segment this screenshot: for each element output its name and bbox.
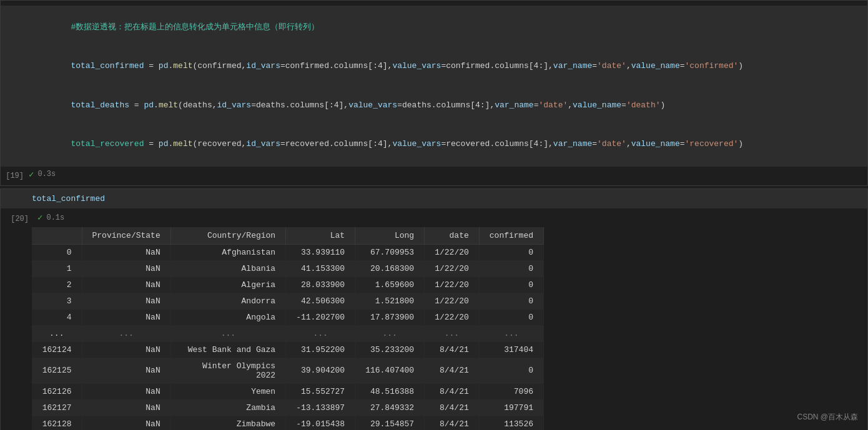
col-header-long: Long [355,227,425,245]
table-row: ..................... [32,325,544,341]
cell-1-1: NaN [82,260,170,276]
cell-7-3: 39.904200 [286,358,355,383]
cell-8-5: 8/4/21 [425,383,480,399]
table-row: 162128NaNZimbabwe-19.01543829.1548578/4/… [32,416,544,430]
cell-6-4: 35.233200 [355,341,425,358]
cell-0-4: 67.709953 [355,244,425,260]
cell-8-1: NaN [82,383,170,399]
col-header-country: Country/Region [170,227,285,245]
cell-4-3: -11.202700 [286,309,355,325]
cell-2-6: 0 [479,276,543,293]
table-row: 162124NaNWest Bank and Gaza31.95220035.2… [32,341,544,358]
var-total-deaths: total_deaths [71,100,129,110]
success-icon-20: ✓ [37,212,42,223]
table-row: 0NaNAfghanistan33.93911067.7099531/22/20… [32,244,544,260]
table-row: 162125NaNWinter Olympics 202239.90420011… [32,358,544,383]
cell-9-0: 162127 [32,399,82,416]
comment-line: #数据逆透视：把在标题上的信息转化成为单元格中信息（即行转列） [71,22,319,32]
cell-7-2: Winter Olympics 2022 [170,358,285,383]
cell-4-4: 17.873900 [355,309,425,325]
cell-5-0: ... [32,325,82,341]
cell-10-6: 113526 [479,416,543,430]
cell-7-6: 0 [479,358,543,383]
cell-1-4: 20.168300 [355,260,425,276]
cell-2-1: NaN [82,276,170,293]
cell-5-4: ... [355,325,425,341]
cell-8-4: 48.516388 [355,383,425,399]
cell-8-3: 15.552727 [286,383,355,399]
table-row: 2NaNAlgeria28.0339001.6596001/22/200 [32,276,544,293]
table-row: 4NaNAngola-11.20270017.8739001/22/200 [32,309,544,325]
cell-0-2: Afghanistan [170,244,285,260]
cell-10-0: 162128 [32,416,82,430]
cell-3-3: 42.506300 [286,293,355,309]
cell-3-6: 0 [479,293,543,309]
table-row: 1NaNAlbania41.15330020.1683001/22/200 [32,260,544,276]
cell-10-1: NaN [82,416,170,430]
cell-9-3: -13.133897 [286,399,355,416]
cell-5-3: ... [286,325,355,341]
cell-6-5: 8/4/21 [425,341,480,358]
cell-3-0: 3 [32,293,82,309]
cell-2-4: 1.659600 [355,276,425,293]
cell-1-6: 0 [479,260,543,276]
cell-2-2: Algeria [170,276,285,293]
table-row: 3NaNAndorra42.5063001.5218001/22/200 [32,293,544,309]
col-header-province: Province/State [82,227,170,245]
cell-20-time: 0.1s [46,213,64,222]
cell-6-3: 31.952200 [286,341,355,358]
cell-4-1: NaN [82,309,170,325]
cell-10-3: -19.015438 [286,416,355,430]
table-row: 162126NaNYemen15.55272748.5163888/4/2170… [32,383,544,399]
cell-2-0: 2 [32,276,82,293]
cell-9-5: 8/4/21 [425,399,480,416]
cell-1-0: 1 [32,260,82,276]
success-icon: ✓ [29,169,34,180]
dataframe-table: Province/State Country/Region Lat Long d… [32,227,544,430]
cell-7-0: 162125 [32,358,82,383]
cell-1-5: 1/22/20 [425,260,480,276]
col-header-date: date [425,227,480,245]
cell-6-1: NaN [82,341,170,358]
cell-5-6: ... [479,325,543,341]
variable-display: total_confirmed [32,194,105,203]
table-header-row: Province/State Country/Region Lat Long d… [32,227,544,245]
cell-10-5: 8/4/21 [425,416,480,430]
cell-2-3: 28.033900 [286,276,355,293]
cell-1-3: 41.153300 [286,260,355,276]
cell-2-5: 1/22/20 [425,276,480,293]
cell-8-2: Yemen [170,383,285,399]
cell-20-number: [20] [6,212,34,223]
cell-7-4: 116.407400 [355,358,425,383]
col-header-index [32,227,82,245]
cell-5-5: ... [425,325,480,341]
cell-4-5: 1/22/20 [425,309,480,325]
cell-9-2: Zambia [170,399,285,416]
cell-4-2: Angola [170,309,285,325]
cell-9-1: NaN [82,399,170,416]
table-row: 162127NaNZambia-13.13389727.8493328/4/21… [32,399,544,416]
dataframe-container: Province/State Country/Region Lat Long d… [32,227,867,430]
var-total-recovered: total_recovered [71,139,144,149]
cell-10-4: 29.154857 [355,416,425,430]
cell-3-4: 1.521800 [355,293,425,309]
cell-8-6: 7096 [479,383,543,399]
watermark: CSDN @百木从森 [797,412,858,423]
cell-5-2: ... [170,325,285,341]
cell-1-2: Albania [170,260,285,276]
cell-6-2: West Bank and Gaza [170,341,285,358]
col-header-confirmed: confirmed [479,227,543,245]
cell-8-0: 162126 [32,383,82,399]
cell-6-6: 317404 [479,341,543,358]
cell-5-1: ... [82,325,170,341]
cell-7-5: 8/4/21 [425,358,480,383]
cell-19-time: 0.3s [37,170,56,178]
cell-9-4: 27.849332 [355,399,425,416]
cell-0-6: 0 [479,244,543,260]
cell-10-2: Zimbabwe [170,416,285,430]
cell-0-1: NaN [82,244,170,260]
cell-3-1: NaN [82,293,170,309]
cell-9-6: 197791 [479,399,543,416]
cell-3-2: Andorra [170,293,285,309]
cell-7-1: NaN [82,358,170,383]
